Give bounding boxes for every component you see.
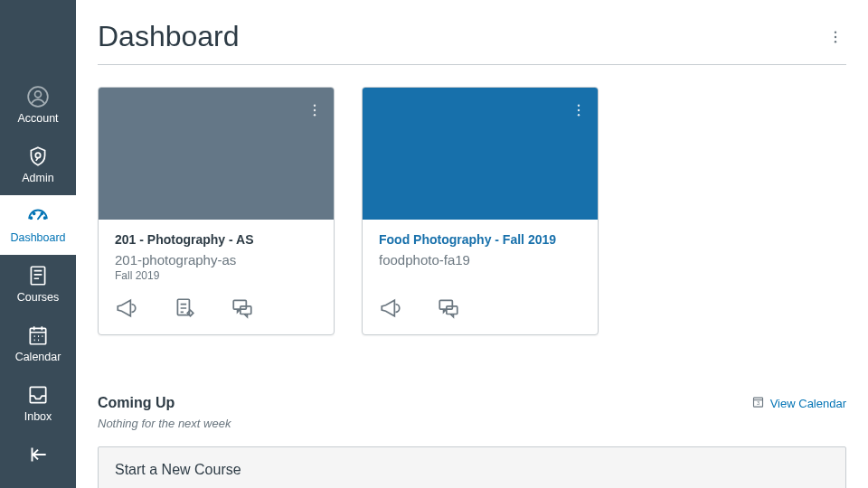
- shield-icon: [26, 145, 50, 168]
- sidebar-item-collapse[interactable]: [0, 434, 76, 466]
- sidebar-item-courses[interactable]: Courses: [0, 255, 76, 314]
- svg-rect-16: [31, 267, 44, 285]
- course-card-actions: [99, 287, 334, 334]
- coming-up-header: Coming Up 3 View Calendar: [98, 395, 846, 411]
- global-nav: Account Admin Dashboard Courses Calendar…: [0, 0, 76, 488]
- sidebar-item-label: Inbox: [24, 410, 52, 423]
- sidebar-item-inbox[interactable]: Inbox: [0, 374, 76, 434]
- inbox-icon: [26, 383, 50, 407]
- course-card-code: 201-photography-as: [115, 252, 317, 267]
- view-calendar-link[interactable]: 3 View Calendar: [751, 395, 846, 411]
- course-card-body: 201 - Photography - AS 201-photography-a…: [99, 220, 334, 287]
- svg-point-22: [314, 105, 316, 107]
- sidebar-item-label: Admin: [22, 172, 53, 184]
- course-cards: 201 - Photography - AS 201-photography-a…: [98, 87, 846, 335]
- calendar-icon: [26, 324, 50, 347]
- svg-point-24: [314, 114, 316, 116]
- main-content: Dashboard 201 - Photography - AS 201-pho…: [76, 0, 868, 488]
- course-card-term: Fall 2019: [115, 269, 317, 282]
- sidebar-item-label: Courses: [17, 291, 60, 304]
- svg-text:3: 3: [757, 400, 760, 406]
- course-card-code: foodphoto-fa19: [379, 252, 581, 267]
- course-card: 201 - Photography - AS 201-photography-a…: [98, 87, 335, 335]
- sidebar-item-dashboard[interactable]: Dashboard: [0, 195, 76, 255]
- course-card-options-button[interactable]: [571, 102, 587, 122]
- discussions-button[interactable]: [231, 296, 254, 320]
- course-card-title[interactable]: Food Photography - Fall 2019: [379, 232, 581, 247]
- course-card-actions: [363, 287, 598, 334]
- coming-up-heading: Coming Up: [98, 395, 175, 411]
- svg-rect-18: [30, 387, 45, 402]
- user-circle-icon: [26, 85, 50, 108]
- sidebar-item-label: Dashboard: [10, 231, 65, 244]
- course-card-term: [379, 269, 581, 282]
- start-new-course-label: Start a New Course: [115, 462, 241, 477]
- svg-point-29: [578, 109, 580, 111]
- calendar-small-icon: 3: [751, 395, 765, 411]
- course-card-hero[interactable]: [99, 88, 334, 220]
- announcements-button[interactable]: [115, 296, 138, 320]
- assignments-button[interactable]: [173, 296, 196, 320]
- discussions-button[interactable]: [437, 296, 460, 320]
- book-icon: [26, 264, 50, 287]
- sidebar-item-account[interactable]: Account: [0, 76, 76, 136]
- sidebar-item-calendar[interactable]: Calendar: [0, 314, 76, 374]
- brand-logo[interactable]: [0, 0, 76, 76]
- sidebar-item-label: Calendar: [15, 351, 61, 363]
- svg-point-14: [33, 212, 35, 214]
- coming-up-section: Coming Up 3 View Calendar Nothing for th…: [98, 395, 846, 430]
- view-calendar-label: View Calendar: [770, 397, 846, 410]
- dashboard-options-button[interactable]: [825, 21, 846, 53]
- announcements-button[interactable]: [379, 296, 402, 320]
- sidebar-item-admin[interactable]: Admin: [0, 136, 76, 195]
- svg-point-12: [31, 217, 33, 219]
- svg-point-19: [835, 31, 836, 33]
- svg-point-21: [835, 41, 836, 42]
- start-new-course-button[interactable]: Start a New Course: [98, 446, 846, 488]
- svg-point-11: [35, 153, 40, 157]
- coming-up-empty-text: Nothing for the next week: [98, 417, 846, 430]
- page-header: Dashboard: [98, 20, 846, 65]
- svg-point-28: [578, 105, 580, 107]
- course-card: Food Photography - Fall 2019 foodphoto-f…: [362, 87, 599, 335]
- svg-point-23: [314, 109, 316, 111]
- course-card-options-button[interactable]: [307, 102, 323, 122]
- svg-point-30: [578, 114, 580, 116]
- svg-point-20: [835, 35, 836, 37]
- svg-point-10: [35, 91, 42, 98]
- course-card-hero[interactable]: [363, 88, 598, 220]
- svg-point-15: [41, 212, 42, 214]
- course-card-title[interactable]: 201 - Photography - AS: [115, 232, 317, 247]
- sidebar-item-label: Account: [17, 112, 58, 125]
- svg-point-13: [44, 217, 46, 219]
- page-title: Dashboard: [98, 20, 240, 53]
- dashboard-gauge-icon: [26, 204, 50, 228]
- course-card-body: Food Photography - Fall 2019 foodphoto-f…: [363, 220, 598, 287]
- collapse-arrow-icon: [26, 443, 50, 466]
